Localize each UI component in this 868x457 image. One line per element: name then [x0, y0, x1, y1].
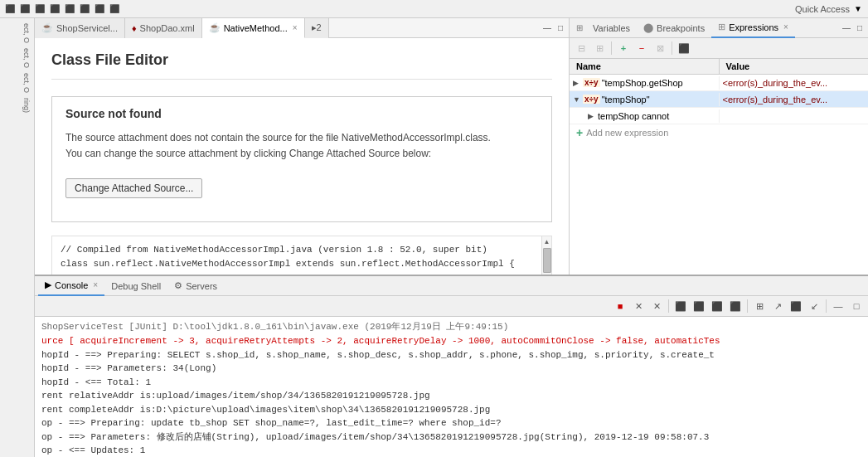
editor-minimize-btn[interactable]: — [541, 23, 554, 32]
code-line-2: class sun.reflect.NativeMethodAccessorIm… [61, 257, 535, 271]
content-area: ect, O ect, O ect, O ring) ☕ ShopService… [0, 18, 868, 457]
console-icon: ▶ [45, 280, 51, 290]
expand-arrow-3[interactable]: ▶ [588, 112, 596, 120]
console-minimize-btn[interactable]: — [830, 298, 846, 314]
type-badge-2: x÷y [583, 95, 600, 104]
debug-tool-expand-btn[interactable]: ⊞ [591, 40, 608, 56]
console-btn-10[interactable]: ↙ [806, 298, 822, 314]
tab-expressions[interactable]: ⊞ Expressions × [711, 18, 795, 38]
console-btn-3[interactable]: ⬛ [672, 298, 689, 314]
debug-tool-collapse-btn[interactable]: ⊟ [573, 40, 589, 56]
console-maximize-btn[interactable]: □ [848, 298, 865, 314]
debug-tool-remove-btn[interactable]: − [633, 40, 650, 56]
toolbar-icon-2[interactable]: ⬛ [18, 2, 32, 16]
toolbar-icon-qa[interactable]: ▼ [851, 2, 865, 16]
debug-row-3-name: tempShop cannot [598, 111, 669, 121]
editor-panel: ☕ ShopServicel... ♦ ShopDao.xml ☕ Native… [35, 18, 570, 275]
console-btn-8[interactable]: ↗ [769, 298, 786, 314]
add-expression-plus-icon: + [576, 126, 583, 139]
console-stop-btn[interactable]: ■ [612, 298, 628, 314]
code-line-1: // Compiled from NativeMethodAccessorImp… [61, 243, 535, 257]
tab-variables[interactable]: Variables [586, 18, 637, 38]
scroll-track[interactable] [542, 246, 551, 275]
toolbar-icon-5[interactable]: ⬛ [63, 2, 76, 16]
toolbar-icon-7[interactable]: ⬛ [93, 2, 106, 16]
console-line-4: hopId - <== Total: 1 [41, 376, 861, 390]
add-expression-row[interactable]: + Add new expression [570, 124, 868, 141]
tab-expressions-close[interactable]: × [783, 22, 788, 32]
sidebar-item-4[interactable]: ring) [2, 96, 32, 114]
tab-shopservice[interactable]: ☕ ShopServicel... [35, 18, 125, 38]
debug-row-3[interactable]: ▶ tempShop cannot [570, 108, 868, 124]
console-toolbar: ■ ✕ ✕ ⬛ ⬛ ⬛ ⬛ ⊞ ↗ ⬛ ↙ — □ [35, 296, 868, 317]
console-btn-1[interactable]: ✕ [630, 298, 647, 314]
expand-arrow-1[interactable]: ▶ [573, 79, 581, 87]
sidebar-item-2[interactable]: ect, O [2, 46, 32, 70]
debug-row-2-name: "tempShop" [602, 95, 650, 105]
left-sidebar: ect, O ect, O ect, O ring) [0, 18, 35, 457]
type-badge-1: x÷y [583, 78, 600, 87]
sidebar-item-1[interactable]: ect, O [2, 22, 32, 45]
right-minimize-btn[interactable]: — [840, 23, 853, 32]
editor-tabs: ☕ ShopServicel... ♦ ShopDao.xml ☕ Native… [35, 18, 569, 38]
console-line-6: rent completeAddr is:D:\picture\upload\i… [41, 403, 861, 417]
console-btn-6[interactable]: ⬛ [727, 298, 744, 314]
tab-nativemethod-close[interactable]: × [293, 23, 298, 32]
tab-shopdao-label: ShopDao.xml [140, 23, 195, 33]
sidebar-item-3[interactable]: ect, O [2, 71, 32, 95]
console-content: ShopServiceTest [JUnit] D:\tool\jdk1.8.0… [35, 317, 868, 457]
tab-servers-label: Servers [186, 281, 217, 291]
console-line-8: op - ==> Parameters: 修改后的店铺(String), upl… [41, 430, 861, 445]
debug-tool-btn-4[interactable]: ⬛ [676, 40, 692, 56]
console-sep-2 [747, 299, 748, 313]
editor-maximize-btn[interactable]: □ [555, 23, 565, 32]
quick-access-label: Quick Access [795, 4, 850, 14]
tab-console-label: Console [55, 280, 88, 290]
tab-breakpoints[interactable]: ⬤ Breakpoints [637, 18, 711, 38]
debug-tool-sep-2 [672, 41, 672, 55]
console-run-info: ShopServiceTest [JUnit] D:\tool\jdk1.8.0… [41, 320, 861, 333]
debug-cell-name-1: ▶ x÷y "tempShop.getShop [570, 76, 720, 90]
change-attached-source-button[interactable]: Change Attached Source... [65, 178, 202, 198]
console-tab-close[interactable]: × [93, 280, 98, 289]
debug-tool-btn-3[interactable]: ⊠ [652, 40, 668, 56]
console-btn-2[interactable]: ✕ [648, 298, 665, 314]
debug-row-1[interactable]: ▶ x÷y "tempShop.getShop <error(s)_during… [570, 75, 868, 91]
console-btn-7[interactable]: ⊞ [751, 298, 768, 314]
console-btn-9[interactable]: ⬛ [788, 298, 804, 314]
debug-col-name-header: Name [570, 59, 720, 74]
toolbar-icon-6[interactable]: ⬛ [78, 2, 91, 16]
debug-cell-value-2: <error(s)_during_the_ev... [720, 93, 869, 106]
tab-servers[interactable]: ⚙ Servers [167, 276, 224, 296]
servers-icon: ⚙ [174, 280, 182, 291]
tab-nativemethod-label: NativeMethod... [224, 23, 288, 33]
debug-toolbar: ⊟ ⊞ + − ⊠ ⬛ [570, 38, 868, 59]
tab-nativemethod[interactable]: ☕ NativeMethod... × [202, 18, 305, 38]
toolbar-icon-3[interactable]: ⬛ [33, 2, 46, 16]
debug-tool-add-btn[interactable]: + [615, 40, 632, 56]
debug-cell-value-1: <error(s)_during_the_ev... [720, 76, 869, 90]
tab-debug-shell[interactable]: Debug Shell [104, 276, 167, 296]
console-btn-5[interactable]: ⬛ [709, 298, 725, 314]
code-scrollbar-vertical[interactable]: ▲ ▼ [541, 236, 551, 275]
source-description: The source attachment does not contain t… [65, 130, 538, 162]
console-btn-4[interactable]: ⬛ [691, 298, 707, 314]
debug-table: Name Value ▶ x÷y "tempShop.getShop <erro… [570, 59, 868, 275]
toolbar-icon-4[interactable]: ⬛ [48, 2, 61, 16]
debug-tabs-icon: ⊞ [573, 23, 586, 32]
console-line-7: op - ==> Preparing: update tb_shop SET s… [41, 416, 861, 430]
toolbar-icon-8[interactable]: ⬛ [108, 2, 121, 16]
tab-shopdao[interactable]: ♦ ShopDao.xml [125, 18, 202, 38]
expand-arrow-2[interactable]: ▼ [573, 95, 581, 104]
tab-console[interactable]: ▶ Console × [38, 276, 104, 296]
debug-row-2[interactable]: ▼ x÷y "tempShop" <error(s)_during_the_ev… [570, 91, 868, 108]
toolbar-icon-1[interactable]: ⬛ [3, 2, 17, 16]
tab-more[interactable]: ▸2 [305, 18, 329, 38]
right-maximize-btn[interactable]: □ [855, 23, 865, 32]
add-expression-label: Add new expression [586, 128, 668, 138]
scroll-thumb[interactable] [543, 248, 551, 273]
scroll-up-arrow[interactable]: ▲ [542, 236, 552, 246]
main-container: ⬛ ⬛ ⬛ ⬛ ⬛ ⬛ ⬛ ⬛ Quick Access ▼ ect, O ec… [0, 0, 868, 457]
debug-table-header: Name Value [570, 59, 868, 75]
source-not-found-box: Source not found The source attachment d… [51, 96, 552, 222]
